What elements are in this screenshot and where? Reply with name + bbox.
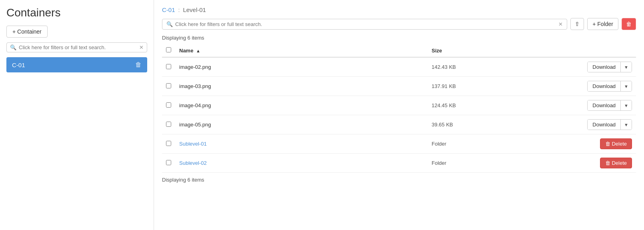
select-all-checkbox[interactable] (166, 47, 171, 52)
row-name: image-04.png (175, 96, 428, 115)
row-name: image-05.png (175, 115, 428, 134)
download-split-button: Download ▼ (587, 62, 632, 72)
row-size: 142.43 KB (428, 57, 520, 77)
download-split-button: Download ▼ (587, 119, 632, 130)
table-row: Sublevel-02 Folder 🗑 Delete (162, 154, 636, 173)
row-size: 39.65 KB (428, 115, 520, 134)
main-clear-icon[interactable]: ✕ (558, 21, 563, 27)
breadcrumb-separator: : (178, 7, 180, 13)
row-action: Download ▼ (520, 77, 636, 96)
row-checkbox[interactable] (166, 160, 171, 165)
add-container-button[interactable]: + Container (6, 26, 48, 38)
row-name[interactable]: Sublevel-02 (175, 154, 428, 173)
row-checkbox-cell (162, 57, 175, 77)
row-size: Folder (428, 154, 520, 173)
download-split-button: Download ▼ (587, 81, 632, 92)
row-checkbox[interactable] (166, 64, 171, 69)
page-title: Containers (6, 6, 147, 19)
search-icon: 🔍 (10, 44, 16, 50)
file-table: Name ▲ Size image-02.png 142.43 KB Downl… (162, 44, 636, 173)
table-row: Sublevel-01 Folder 🗑 Delete (162, 134, 636, 154)
col-header-action (520, 44, 636, 57)
row-size: Folder (428, 134, 520, 154)
row-action: Download ▼ (520, 57, 636, 77)
row-checkbox-cell (162, 134, 175, 154)
download-main-button[interactable]: Download (588, 120, 621, 130)
main-search-box: 🔍 ✕ (162, 19, 567, 30)
row-checkbox[interactable] (166, 122, 171, 127)
sidebar-search-box: 🔍 ✕ (6, 42, 147, 52)
download-caret-button[interactable]: ▼ (621, 100, 632, 110)
row-action: 🗑 Delete (520, 134, 636, 154)
download-caret-button[interactable]: ▼ (621, 81, 632, 91)
container-delete-icon[interactable]: 🗑 (135, 61, 142, 68)
row-checkbox-cell (162, 115, 175, 134)
download-main-button[interactable]: Download (588, 100, 621, 110)
table-row: image-04.png 124.45 KB Download ▼ (162, 96, 636, 115)
row-checkbox-cell (162, 77, 175, 96)
row-name[interactable]: Sublevel-01 (175, 134, 428, 154)
container-name: C-01 (12, 62, 25, 68)
main-search-icon: 🔍 (166, 21, 173, 27)
displaying-count-top: Displaying 6 items (162, 35, 636, 41)
sidebar: Containers + Container 🔍 ✕ C-01 🗑 (0, 0, 154, 230)
main-content: C-01 : Level-01 🔍 ✕ ⇧ + Folder 🗑 Display… (154, 0, 644, 230)
row-action: Download ▼ (520, 115, 636, 134)
download-caret-button[interactable]: ▼ (621, 120, 632, 130)
sort-arrow-icon: ▲ (196, 48, 200, 53)
col-header-size: Size (428, 44, 520, 57)
sidebar-search-input[interactable] (19, 44, 139, 50)
delete-button[interactable]: 🗑 Delete (600, 158, 632, 168)
row-name: image-02.png (175, 57, 428, 77)
breadcrumb: C-01 : Level-01 (162, 6, 636, 13)
table-row: image-03.png 137.91 KB Download ▼ (162, 77, 636, 96)
col-header-name[interactable]: Name ▲ (175, 44, 428, 57)
row-size: 124.45 KB (428, 96, 520, 115)
table-row: image-05.png 39.65 KB Download ▼ (162, 115, 636, 134)
download-split-button: Download ▼ (587, 100, 632, 111)
row-checkbox[interactable] (166, 102, 171, 108)
row-name: image-03.png (175, 77, 428, 96)
header-checkbox-cell (162, 44, 175, 57)
row-checkbox[interactable] (166, 141, 171, 146)
clear-icon[interactable]: ✕ (139, 44, 144, 50)
row-action: 🗑 Delete (520, 154, 636, 173)
main-toolbar: 🔍 ✕ ⇧ + Folder 🗑 (162, 18, 636, 30)
row-checkbox-cell (162, 154, 175, 173)
breadcrumb-container-link[interactable]: C-01 (162, 6, 175, 13)
add-folder-button[interactable]: + Folder (587, 18, 618, 30)
download-caret-button[interactable]: ▼ (621, 62, 632, 72)
row-checkbox[interactable] (166, 83, 171, 88)
delete-button[interactable]: 🗑 Delete (600, 138, 632, 149)
breadcrumb-level: Level-01 (183, 6, 206, 13)
table-header-row: Name ▲ Size (162, 44, 636, 57)
delete-container-button[interactable]: 🗑 (622, 18, 636, 30)
container-item-c01[interactable]: C-01 🗑 (6, 57, 147, 72)
main-search-input[interactable] (175, 21, 558, 27)
table-row: image-02.png 142.43 KB Download ▼ (162, 57, 636, 77)
download-main-button[interactable]: Download (588, 62, 621, 72)
row-checkbox-cell (162, 96, 175, 115)
download-main-button[interactable]: Download (588, 81, 621, 91)
upload-button[interactable]: ⇧ (570, 18, 584, 30)
row-action: Download ▼ (520, 96, 636, 115)
row-size: 137.91 KB (428, 77, 520, 96)
displaying-count-bottom: Displaying 6 items (162, 177, 636, 183)
